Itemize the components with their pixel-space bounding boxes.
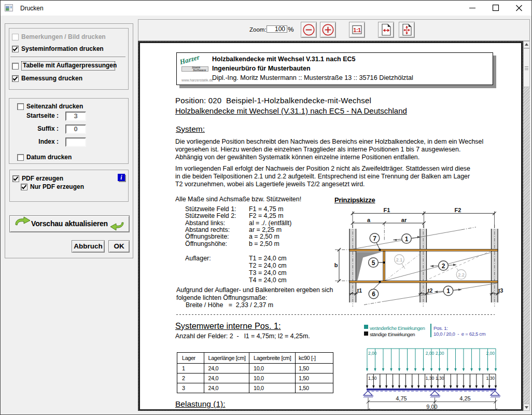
svg-text:a: a [367, 217, 371, 223]
svg-text:1,30: 1,30 [426, 376, 435, 381]
svg-text:4,25: 4,25 [459, 395, 470, 402]
svg-text:b: b [334, 262, 338, 268]
svg-text:9,00: 9,00 [426, 404, 437, 409]
svg-text:ar: ar [401, 217, 407, 223]
svg-text:2: 2 [442, 262, 445, 270]
svg-text:F1: F1 [384, 207, 390, 213]
svg-text:t3: t3 [498, 287, 503, 294]
svg-text:2.2: 2.2 [458, 272, 465, 278]
svg-text:2.1: 2.1 [396, 257, 403, 262]
svg-text:2,00: 2,00 [486, 351, 495, 356]
svg-text:1,30: 1,30 [436, 376, 444, 381]
svg-text:2,00: 2,00 [436, 351, 444, 356]
svg-text:5: 5 [372, 259, 375, 267]
svg-text:7: 7 [373, 235, 376, 242]
svg-text:F2: F2 [455, 207, 461, 213]
svg-text:1,30: 1,30 [486, 376, 495, 381]
svg-text:1,30: 1,30 [368, 376, 377, 381]
svg-text:1: 1 [405, 236, 409, 243]
svg-text:t2: t2 [428, 287, 432, 294]
svg-text:2,00: 2,00 [426, 351, 435, 356]
svg-text:t1: t1 [357, 287, 362, 294]
svg-text:6: 6 [372, 290, 375, 298]
svg-text:2,00: 2,00 [368, 351, 377, 356]
svg-text:1: 1 [446, 287, 450, 295]
svg-text:4,75: 4,75 [396, 395, 407, 402]
